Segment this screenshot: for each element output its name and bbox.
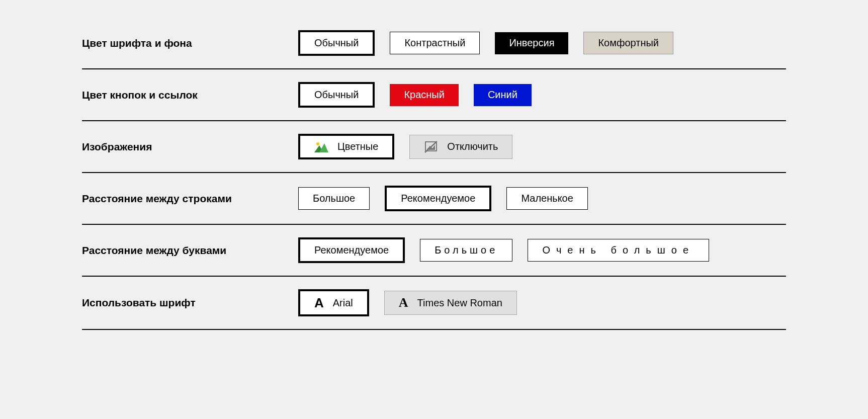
link-color-blue-button[interactable]: Синий <box>474 84 532 106</box>
font-arial-label: Arial <box>333 297 353 309</box>
color-scheme-contrast-button[interactable]: Контрастный <box>390 32 480 54</box>
row-font: Использовать шрифт A Arial A Times New R… <box>82 277 786 330</box>
options-link-color: Обычный Красный Синий <box>298 82 532 108</box>
letter-spacing-recommended-button[interactable]: Рекомендуемое <box>298 237 405 263</box>
row-images: Изображения Цветные <box>82 121 786 173</box>
options-font: A Arial A Times New Roman <box>298 289 517 316</box>
options-images: Цветные Отключить <box>298 134 512 159</box>
font-sans-icon: A <box>314 296 324 309</box>
label-color-scheme: Цвет шрифта и фона <box>82 37 283 49</box>
image-off-icon <box>424 140 438 153</box>
link-color-normal-button[interactable]: Обычный <box>298 82 375 108</box>
line-spacing-small-button[interactable]: Маленькое <box>506 187 588 210</box>
color-scheme-comfort-button[interactable]: Комфортный <box>583 32 673 54</box>
options-letter-spacing: Рекомендуемое Большое Очень большое <box>298 237 709 263</box>
label-link-color: Цвет кнопок и ссылок <box>82 89 283 101</box>
options-color-scheme: Обычный Контрастный Инверсия Комфортный <box>298 30 673 56</box>
row-color-scheme: Цвет шрифта и фона Обычный Контрастный И… <box>82 30 786 69</box>
images-color-button[interactable]: Цветные <box>298 134 394 159</box>
label-letter-spacing: Расстояние между буквами <box>82 244 283 257</box>
row-link-color: Цвет кнопок и ссылок Обычный Красный Син… <box>82 69 786 121</box>
link-color-red-button[interactable]: Красный <box>390 84 459 106</box>
label-images: Изображения <box>82 141 283 153</box>
line-spacing-large-button[interactable]: Большое <box>298 187 370 210</box>
label-line-spacing: Расстояние между строками <box>82 193 283 205</box>
accessibility-settings-panel: Цвет шрифта и фона Обычный Контрастный И… <box>82 30 786 330</box>
label-font: Использовать шрифт <box>82 297 283 309</box>
row-letter-spacing: Расстояние между буквами Рекомендуемое Б… <box>82 225 786 277</box>
font-times-button[interactable]: A Times New Roman <box>384 291 517 315</box>
color-scheme-normal-button[interactable]: Обычный <box>298 30 375 56</box>
color-scheme-inverse-button[interactable]: Инверсия <box>495 32 568 54</box>
images-color-label: Цветные <box>337 141 378 152</box>
font-serif-icon: A <box>399 296 408 309</box>
options-line-spacing: Большое Рекомендуемое Маленькое <box>298 186 588 211</box>
font-arial-button[interactable]: A Arial <box>298 289 369 316</box>
images-off-button[interactable]: Отключить <box>409 135 512 159</box>
image-color-icon <box>314 141 328 152</box>
letter-spacing-xlarge-button[interactable]: Очень большое <box>528 239 709 262</box>
images-off-label: Отключить <box>447 141 498 152</box>
line-spacing-recommended-button[interactable]: Рекомендуемое <box>385 186 491 211</box>
font-times-label: Times New Roman <box>417 297 502 309</box>
svg-point-0 <box>316 142 319 145</box>
row-line-spacing: Расстояние между строками Большое Рекоме… <box>82 173 786 225</box>
letter-spacing-large-button[interactable]: Большое <box>420 239 512 262</box>
